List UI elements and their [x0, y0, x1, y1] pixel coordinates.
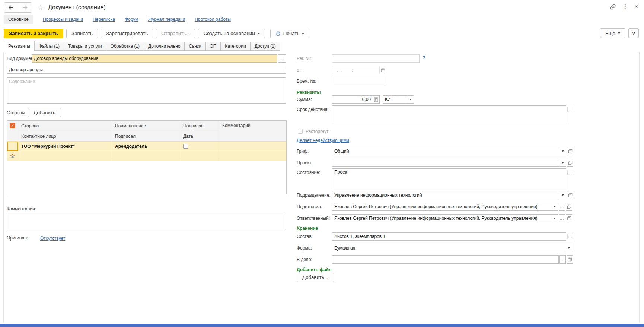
col-header-contact[interactable]: Контактное лицо	[18, 131, 112, 142]
col-header-party[interactable]: Сторона	[18, 121, 112, 131]
party-cell[interactable]: ТОО "Меркурий Проект"	[18, 142, 112, 151]
stamp-dropdown-button[interactable]	[559, 147, 566, 155]
more-menu-icon[interactable]: ⋮	[622, 3, 628, 10]
reg-date-field[interactable]	[332, 66, 379, 74]
forward-button[interactable]	[18, 3, 32, 12]
temp-number-field[interactable]	[332, 77, 387, 85]
department-open-button[interactable]	[567, 191, 573, 199]
tab-links[interactable]: Связи	[184, 42, 206, 51]
col-header-comment[interactable]: Комментарий	[219, 121, 286, 142]
nav-item-forum[interactable]: Форум	[125, 17, 138, 22]
nav-item-work-protocol[interactable]: Протокол работы	[195, 17, 231, 22]
ellipsis-icon: ...	[280, 57, 284, 60]
project-field[interactable]	[332, 159, 559, 166]
validity-field[interactable]	[332, 105, 566, 124]
nav-item-correspondence[interactable]: Переписка	[93, 17, 115, 22]
signed-cell[interactable]	[180, 142, 219, 151]
favorite-star-icon[interactable]: ☆	[37, 3, 44, 12]
nav-item-main[interactable]: Основное	[4, 15, 33, 24]
responsible-open-button[interactable]	[566, 214, 572, 222]
signed-checkbox[interactable]	[183, 144, 188, 149]
role-cell[interactable]: Арендодатель	[112, 142, 180, 151]
state-field[interactable]	[332, 168, 566, 188]
original-status-link[interactable]: Отсутствует	[40, 236, 65, 241]
get-link-icon[interactable]	[610, 4, 616, 10]
comment-field[interactable]	[7, 213, 286, 230]
date-cell[interactable]	[180, 151, 219, 161]
prepared-by-select-button[interactable]: ...	[559, 203, 565, 211]
send-button[interactable]: Отправить...	[156, 29, 195, 38]
department-field[interactable]	[332, 191, 559, 199]
terminated-checkbox[interactable]	[298, 129, 303, 134]
project-dropdown-button[interactable]	[559, 159, 566, 166]
back-button[interactable]	[4, 3, 18, 12]
add-party-button[interactable]: Добавить	[28, 108, 61, 117]
currency-field[interactable]	[383, 96, 407, 103]
nav-item-transfer-log[interactable]: Журнал передачи	[148, 17, 185, 22]
col-header-name[interactable]: Наименование	[112, 121, 180, 131]
tab-processing[interactable]: Обработка (1)	[106, 42, 144, 51]
calendar-button[interactable]	[379, 66, 386, 74]
composition-select-button[interactable]: ...	[567, 234, 573, 239]
reg-number-field[interactable]	[332, 54, 420, 63]
help-button[interactable]: ?	[628, 28, 639, 38]
signed-by-cell[interactable]	[112, 151, 180, 161]
close-icon[interactable]: ×	[634, 3, 638, 10]
responsible-field[interactable]	[332, 215, 551, 222]
amount-field[interactable]	[332, 96, 373, 103]
col-header-signed-by[interactable]: Подписал	[112, 131, 180, 142]
print-button[interactable]: Печать	[270, 29, 310, 38]
prepared-by-dropdown-button[interactable]	[551, 203, 558, 210]
stamp-open-button[interactable]	[567, 147, 573, 155]
comment-cell-2[interactable]	[219, 151, 286, 161]
department-label: Подразделение:	[297, 191, 331, 199]
content-field[interactable]	[7, 77, 286, 104]
tab-signature[interactable]: ЭП	[205, 42, 221, 51]
tab-categories[interactable]: Категории	[220, 42, 250, 51]
contact-cell[interactable]	[18, 151, 112, 161]
save-button[interactable]: Записать	[66, 29, 98, 38]
tab-files[interactable]: Файлы (1)	[34, 42, 64, 51]
validity-select-button[interactable]: ...	[567, 107, 573, 112]
parties-table[interactable]: ✓ Сторона Наименование Подписан Коммента…	[7, 120, 287, 194]
responsible-select-button[interactable]: ...	[559, 214, 565, 222]
doc-kind-select-button[interactable]: ...	[278, 54, 286, 63]
doc-title-field[interactable]	[7, 66, 286, 74]
invalidates-link[interactable]: Делает недействующими	[297, 138, 349, 143]
department-dropdown-button[interactable]	[559, 191, 566, 199]
table-marker-column-header[interactable]: ✓	[7, 121, 18, 142]
prepared-by-field[interactable]	[332, 203, 551, 210]
responsible-dropdown-button[interactable]	[551, 215, 558, 222]
table-empty-area[interactable]	[7, 161, 286, 194]
stamp-field[interactable]	[332, 147, 559, 155]
tab-requisites[interactable]: Реквизиты	[4, 41, 35, 51]
bottom-splitter-bar[interactable]	[0, 324, 644, 327]
state-select-button[interactable]: ...	[567, 170, 573, 175]
calculator-button[interactable]	[373, 96, 379, 103]
add-file-button[interactable]: Добавить...	[297, 273, 334, 282]
comment-cell[interactable]	[219, 142, 286, 151]
tab-access[interactable]: Доступ (1)	[250, 42, 280, 51]
project-open-button[interactable]	[567, 159, 573, 167]
register-button[interactable]: Зарегистрировать	[101, 29, 153, 38]
currency-dropdown-button[interactable]	[407, 96, 414, 103]
tab-goods-services[interactable]: Товары и услуги	[64, 42, 106, 51]
case-field[interactable]	[332, 255, 559, 264]
prepared-by-open-button[interactable]	[566, 203, 572, 211]
case-open-button[interactable]	[567, 255, 573, 264]
case-select-button[interactable]: ...	[559, 255, 566, 264]
reg-help-link[interactable]: ?	[423, 55, 425, 60]
col-header-signed[interactable]: Подписан	[180, 121, 219, 131]
save-and-close-button[interactable]: Записать и закрыть	[4, 29, 63, 38]
form-type-dropdown-button[interactable]	[565, 244, 572, 252]
col-header-date[interactable]: Дата	[180, 131, 219, 142]
composition-field[interactable]	[332, 232, 566, 241]
contact-marker-cell[interactable]	[7, 151, 18, 161]
doc-kind-field[interactable]	[32, 54, 277, 63]
more-actions-button[interactable]: Еще	[600, 28, 625, 38]
row-marker-cell[interactable]	[7, 142, 18, 151]
tab-additional[interactable]: Дополнительно	[144, 42, 185, 51]
create-based-on-button[interactable]: Создать на основании	[198, 29, 265, 38]
form-type-field[interactable]	[332, 244, 565, 252]
nav-item-processes[interactable]: Процессы и задачи	[43, 17, 83, 22]
